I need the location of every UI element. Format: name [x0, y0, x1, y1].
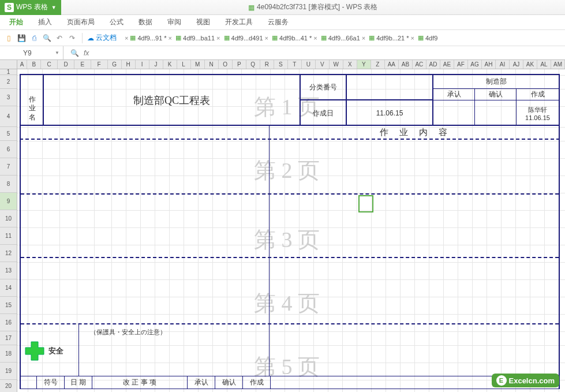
- row-header[interactable]: 16: [0, 314, 17, 331]
- menu-layout[interactable]: 页面布局: [67, 17, 95, 27]
- column-header[interactable]: L: [177, 60, 191, 69]
- doc-tab[interactable]: ▦4df9: [418, 34, 437, 42]
- close-icon[interactable]: ×: [411, 35, 414, 42]
- toolbar: ▯ 💾 ⎙ 🔍 ↶ ↷ ☁云文档 ×▦4df9...91 *× ▦4df9...…: [0, 30, 565, 46]
- row-header[interactable]: 3: [0, 89, 17, 106]
- close-icon[interactable]: ×: [265, 35, 268, 42]
- column-header[interactable]: B: [27, 60, 41, 69]
- column-header[interactable]: AD: [426, 60, 440, 69]
- column-header[interactable]: H: [122, 60, 136, 69]
- redo-icon[interactable]: ↷: [67, 33, 77, 43]
- column-header[interactable]: G: [108, 60, 122, 69]
- menu-dev[interactable]: 开发工具: [225, 17, 253, 27]
- doc-tab[interactable]: ▦4df9b...41 *×: [272, 34, 317, 42]
- column-header[interactable]: V: [316, 60, 330, 69]
- menu-cloud[interactable]: 云服务: [268, 17, 289, 27]
- column-header[interactable]: AH: [482, 60, 496, 69]
- column-header[interactable]: AL: [537, 60, 551, 69]
- doc-tab[interactable]: ×▦4df9...91 *×: [125, 34, 172, 42]
- column-header[interactable]: AA: [385, 60, 399, 69]
- column-header[interactable]: Y: [357, 60, 371, 69]
- column-header[interactable]: M: [191, 60, 205, 69]
- column-header[interactable]: C: [41, 60, 58, 69]
- column-header[interactable]: F: [91, 60, 108, 69]
- row-header[interactable]: 19: [0, 363, 17, 380]
- column-header[interactable]: AM: [551, 60, 565, 69]
- row-header[interactable]: 6: [0, 141, 17, 158]
- close-icon[interactable]: ×: [169, 35, 172, 42]
- chevron-down-icon: ▼: [51, 5, 57, 10]
- work-content-label: 作 业 内 容: [269, 126, 559, 139]
- print-icon[interactable]: ⎙: [29, 33, 39, 43]
- column-header[interactable]: W: [330, 60, 343, 69]
- column-header[interactable]: O: [219, 60, 233, 69]
- column-header[interactable]: E: [74, 60, 91, 69]
- save-icon[interactable]: 💾: [16, 33, 27, 43]
- column-header[interactable]: T: [288, 60, 302, 69]
- column-header[interactable]: X: [343, 60, 357, 69]
- column-header[interactable]: AI: [496, 60, 510, 69]
- name-box[interactable]: Y9 ▼: [0, 46, 63, 59]
- column-header[interactable]: D: [58, 60, 74, 69]
- row-header[interactable]: 11: [0, 227, 17, 245]
- column-header[interactable]: Z: [371, 60, 385, 69]
- column-header[interactable]: I: [136, 60, 149, 69]
- column-header[interactable]: P: [233, 60, 246, 69]
- menu-start[interactable]: 开始: [9, 17, 23, 27]
- column-header[interactable]: U: [302, 60, 316, 69]
- menu-insert[interactable]: 插入: [38, 17, 52, 27]
- close-icon[interactable]: ×: [362, 35, 365, 42]
- doc-tab[interactable]: ▦4df9...ba11×: [175, 34, 220, 42]
- row-header[interactable]: 5: [0, 127, 17, 141]
- menu-review[interactable]: 审阅: [167, 17, 181, 27]
- row-header[interactable]: 2: [0, 75, 17, 89]
- row-header[interactable]: 10: [0, 210, 17, 227]
- column-header[interactable]: AE: [440, 60, 454, 69]
- column-header[interactable]: AJ: [510, 60, 523, 69]
- open-icon[interactable]: ▯: [3, 33, 14, 43]
- column-header[interactable]: N: [205, 60, 219, 69]
- close-icon[interactable]: ×: [216, 35, 220, 42]
- menu-data[interactable]: 数据: [139, 17, 152, 27]
- doc-tab[interactable]: ▦4df9b...21 *×: [369, 34, 414, 42]
- row-header[interactable]: 14: [0, 279, 17, 297]
- row-header[interactable]: 17: [0, 331, 17, 345]
- menu-view[interactable]: 视图: [196, 17, 210, 27]
- close-icon[interactable]: ×: [125, 35, 128, 42]
- close-icon[interactable]: ×: [313, 35, 317, 42]
- app-badge[interactable]: S WPS 表格 ▼: [0, 0, 61, 15]
- row-header[interactable]: 9: [0, 193, 17, 210]
- column-header[interactable]: R: [260, 60, 274, 69]
- confirm-label: 确认: [475, 89, 517, 100]
- select-all-corner[interactable]: [0, 60, 17, 69]
- column-header[interactable]: Q: [246, 60, 260, 69]
- column-header[interactable]: A: [17, 60, 27, 69]
- menu-formula[interactable]: 公式: [110, 17, 124, 27]
- row-header[interactable]: 7: [0, 158, 17, 176]
- column-header[interactable]: AG: [468, 60, 482, 69]
- column-header[interactable]: K: [163, 60, 177, 69]
- column-header[interactable]: S: [274, 60, 288, 69]
- column-header[interactable]: J: [149, 60, 163, 69]
- fx-label[interactable]: fx: [84, 49, 89, 57]
- row-header[interactable]: 1: [0, 69, 17, 75]
- row-header[interactable]: 8: [0, 176, 17, 193]
- doc-tab[interactable]: ▦4df9...66a1×: [321, 34, 366, 42]
- preview-icon[interactable]: 🔍: [42, 33, 52, 43]
- row-header[interactable]: 13: [0, 262, 17, 279]
- row-header[interactable]: 4: [0, 106, 17, 127]
- row-header[interactable]: 12: [0, 245, 17, 262]
- row-header[interactable]: 18: [0, 345, 17, 363]
- column-header[interactable]: AK: [523, 60, 537, 69]
- undo-icon[interactable]: ↶: [54, 33, 65, 43]
- file-icon: ▦: [248, 3, 255, 12]
- column-header[interactable]: AC: [413, 60, 426, 69]
- cell-grid[interactable]: 第 1 页 第 2 页 第 3 页 第 4 页 第 5 页 作 业 名 制造部Q…: [17, 69, 565, 392]
- row-header[interactable]: 15: [0, 297, 17, 314]
- column-header[interactable]: AF: [454, 60, 468, 69]
- search-icon[interactable]: 🔍: [70, 49, 79, 57]
- column-header[interactable]: AB: [399, 60, 413, 69]
- cloud-docs[interactable]: ☁云文档: [87, 33, 117, 43]
- doc-tab[interactable]: ▦4df9...d491×: [224, 34, 269, 42]
- row-header[interactable]: 20: [0, 380, 17, 392]
